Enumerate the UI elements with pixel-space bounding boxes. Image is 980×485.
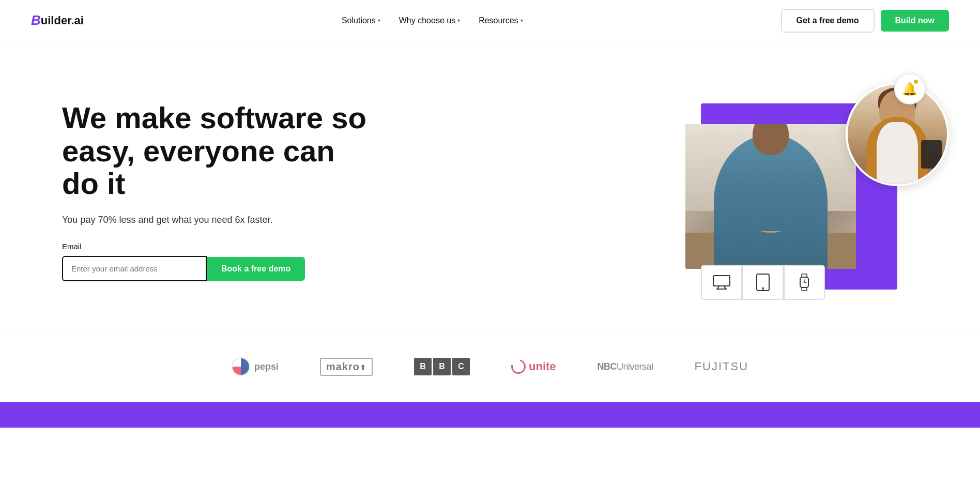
logo-text: uilder.ai	[41, 14, 84, 27]
nbc-universal-text: Universal	[617, 361, 653, 372]
nbc-universal-logo: NBCUniversal	[598, 361, 653, 372]
person-head-main	[753, 124, 789, 155]
svg-rect-0	[713, 276, 730, 286]
nav-actions: Get a free demo Build now	[781, 9, 949, 33]
nav-item-solutions[interactable]: Solutions ▾	[342, 16, 380, 25]
pepsi-text: pepsi	[254, 361, 279, 372]
makro-logo: makro⬆	[320, 358, 373, 376]
notification-badge: 🔔	[894, 73, 925, 104]
nav-item-resources[interactable]: Resources ▾	[479, 16, 523, 25]
logo-letter: B	[31, 12, 41, 28]
navbar: Builder.ai Solutions ▾ Why choose us ▾ R…	[0, 0, 980, 41]
pepsi-logo: pepsi	[232, 357, 279, 376]
hero-section: We make software so easy, everyone can d…	[0, 41, 980, 331]
nbc-text: NBCUniversal	[598, 361, 653, 372]
circle-photo-inner	[848, 85, 947, 184]
get-free-demo-button[interactable]: Get a free demo	[781, 9, 875, 33]
device-icons-row	[701, 265, 825, 300]
logo[interactable]: Builder.ai	[31, 12, 84, 28]
watch-device-icon[interactable]	[784, 265, 825, 300]
tablet-device-icon[interactable]	[742, 265, 784, 300]
hero-left-content: We make software so easy, everyone can d…	[62, 101, 372, 281]
email-form: Book a free demo	[62, 256, 372, 281]
nav-link-resources[interactable]: Resources ▾	[479, 16, 523, 25]
circle-person-shirt	[877, 122, 918, 184]
bbc-logo: B B C	[414, 358, 470, 375]
bottom-purple-bar	[0, 402, 980, 428]
pepsi-circle-icon	[232, 357, 250, 376]
hero-illustration: 🔔	[670, 83, 949, 300]
bbc-c: C	[452, 358, 470, 375]
nav-links: Solutions ▾ Why choose us ▾ Resources ▾	[342, 16, 523, 25]
hero-headline: We make software so easy, everyone can d…	[62, 101, 372, 200]
nav-link-why-choose-us[interactable]: Why choose us ▾	[399, 16, 460, 25]
nav-item-why-choose-us[interactable]: Why choose us ▾	[399, 16, 460, 25]
fujitsu-text: FUJITSU	[695, 360, 748, 373]
clients-section: pepsi makro⬆ B B C unite NBCUniversal FU…	[0, 331, 980, 402]
unite-text: unite	[529, 360, 556, 373]
desktop-device-icon[interactable]	[701, 265, 742, 300]
fujitsu-logo: FUJITSU	[695, 360, 748, 373]
email-label: Email	[62, 242, 372, 251]
notification-dot	[913, 79, 919, 85]
unite-logo: unite	[511, 359, 556, 374]
build-now-button[interactable]: Build now	[881, 10, 949, 32]
nav-label-solutions: Solutions	[342, 16, 376, 25]
bbc-b1: B	[414, 358, 432, 375]
email-input[interactable]	[62, 256, 207, 281]
chevron-down-icon: ▾	[378, 18, 380, 23]
circle-person-body	[866, 117, 928, 184]
book-demo-button[interactable]: Book a free demo	[207, 257, 305, 281]
chevron-down-icon-3: ▾	[520, 18, 523, 23]
svg-point-5	[762, 288, 764, 290]
unite-swoosh-icon	[509, 357, 528, 376]
nav-link-solutions[interactable]: Solutions ▾	[342, 16, 380, 25]
nav-label-resources: Resources	[479, 16, 518, 25]
nav-label-why-choose-us: Why choose us	[399, 16, 455, 25]
chevron-down-icon-2: ▾	[457, 18, 460, 23]
bbc-b2: B	[433, 358, 451, 375]
hero-main-photo	[685, 124, 856, 269]
hero-subtext: You pay 70% less and get what you need 6…	[62, 215, 372, 225]
makro-text: makro⬆	[320, 358, 373, 376]
person-body-main	[714, 134, 828, 269]
